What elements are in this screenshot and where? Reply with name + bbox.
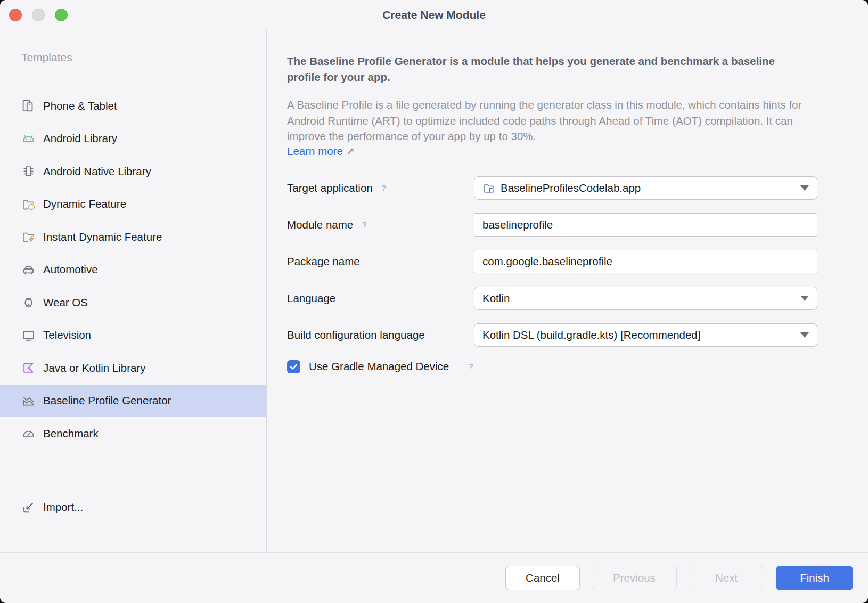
learn-more-link[interactable]: Learn more ↗ xyxy=(287,145,355,158)
sidebar-item-baseline-profile-generator[interactable]: Baseline Profile Generator xyxy=(0,385,266,418)
use-gradle-managed-device-checkbox[interactable] xyxy=(287,360,300,373)
instant-dynamic-feature-folder-icon xyxy=(21,230,36,244)
dynamic-feature-folder-icon xyxy=(21,197,36,211)
build-configuration-language-value: Kotlin DSL (build.gradle.kts) [Recommend… xyxy=(482,329,700,341)
sidebar-item-java-kotlin-library[interactable]: Java or Kotlin Library xyxy=(0,352,266,385)
module-name-label: Module name xyxy=(287,218,353,231)
help-icon[interactable]: ? xyxy=(465,361,477,372)
dialog-footer: Cancel Previous Next Finish xyxy=(0,552,868,603)
module-name-row: Module name ? xyxy=(287,213,868,237)
import-icon xyxy=(21,500,36,515)
module-name-input[interactable] xyxy=(474,213,817,237)
external-link-icon: ↗ xyxy=(346,145,355,157)
sidebar-item-label: Television xyxy=(43,329,91,341)
build-configuration-language-label-group: Build configuration language xyxy=(287,329,474,341)
chevron-down-icon xyxy=(800,332,809,338)
sidebar-item-wear-os[interactable]: Wear OS xyxy=(0,286,266,319)
module-settings-panel: The Baseline Profile Generator is a modu… xyxy=(267,30,868,552)
target-application-value: BaselineProfilesCodelab.app xyxy=(501,182,641,194)
language-value: Kotlin xyxy=(482,292,510,305)
sidebar-item-label: Phone & Tablet xyxy=(43,100,117,112)
app-module-folder-icon xyxy=(482,182,495,194)
intro-heading: The Baseline Profile Generator is a modu… xyxy=(287,53,793,85)
target-application-label: Target application xyxy=(287,182,373,194)
finish-button[interactable]: Finish xyxy=(776,566,853,590)
sidebar-item-label: Import... xyxy=(43,501,83,514)
target-application-dropdown[interactable]: BaselineProfilesCodelab.app xyxy=(474,176,817,200)
package-name-label: Package name xyxy=(287,255,360,268)
sidebar-item-automotive[interactable]: Automotive xyxy=(0,254,266,287)
sidebar-item-benchmark[interactable]: Benchmark xyxy=(0,417,266,450)
sidebar-item-label: Automotive xyxy=(43,263,98,276)
intro-description: A Baseline Profile is a file generated b… xyxy=(287,97,812,144)
chip-icon xyxy=(21,164,36,178)
help-icon[interactable]: ? xyxy=(378,182,390,194)
language-row: Language Kotlin xyxy=(287,287,868,310)
kotlin-icon xyxy=(21,361,36,375)
gauge-icon xyxy=(21,426,36,441)
sidebar-item-label: Android Library xyxy=(43,132,117,145)
sidebar-item-label: Benchmark xyxy=(43,427,99,440)
use-gradle-managed-device-label: Use Gradle Managed Device xyxy=(309,360,449,373)
package-name-row: Package name xyxy=(287,250,868,273)
tv-icon xyxy=(21,328,36,343)
cancel-button[interactable]: Cancel xyxy=(505,566,580,590)
build-configuration-language-row: Build configuration language Kotlin DSL … xyxy=(287,323,868,347)
learn-more-label: Learn more xyxy=(287,145,343,158)
create-new-module-dialog: Create New Module Templates Phone & Tabl… xyxy=(0,0,868,603)
previous-button: Previous xyxy=(592,566,677,590)
baseline-chart-icon xyxy=(21,394,36,408)
build-configuration-language-label: Build configuration language xyxy=(287,329,425,341)
title-bar: Create New Module xyxy=(0,0,868,30)
use-gradle-managed-device-row: Use Gradle Managed Device ? xyxy=(287,360,868,373)
chevron-down-icon xyxy=(800,185,809,191)
sidebar-item-label: Wear OS xyxy=(43,296,88,309)
build-configuration-language-dropdown[interactable]: Kotlin DSL (build.gradle.kts) [Recommend… xyxy=(474,323,817,347)
templates-header: Templates xyxy=(21,51,266,64)
sidebar-item-television[interactable]: Television xyxy=(0,319,266,352)
sidebar-item-import[interactable]: Import... xyxy=(0,491,266,524)
zoom-window-button[interactable] xyxy=(55,9,68,21)
sidebar-item-phone-tablet[interactable]: Phone & Tablet xyxy=(0,89,266,123)
next-button: Next xyxy=(689,566,764,590)
target-application-label-group: Target application ? xyxy=(287,182,474,194)
phone-tablet-icon xyxy=(21,99,36,113)
sidebar-divider xyxy=(18,471,248,471)
sidebar-item-label: Dynamic Feature xyxy=(43,198,126,210)
package-name-label-group: Package name xyxy=(287,255,474,268)
help-icon[interactable]: ? xyxy=(358,219,370,231)
traffic-lights xyxy=(9,9,68,21)
language-label: Language xyxy=(287,292,335,305)
sidebar-item-label: Baseline Profile Generator xyxy=(43,394,171,407)
language-dropdown[interactable]: Kotlin xyxy=(474,287,817,310)
android-library-icon xyxy=(21,132,36,146)
package-name-input[interactable] xyxy=(474,250,817,273)
sidebar-item-label: Instant Dynamic Feature xyxy=(43,231,162,243)
sidebar-item-android-native-library[interactable]: Android Native Library xyxy=(0,155,266,188)
templates-list: Phone & Tablet Android Library xyxy=(0,89,266,450)
language-label-group: Language xyxy=(287,292,474,305)
watch-icon xyxy=(21,295,36,309)
sidebar-item-android-library[interactable]: Android Library xyxy=(0,123,266,156)
sidebar-item-instant-dynamic-feature[interactable]: Instant Dynamic Feature xyxy=(0,221,266,254)
sidebar-item-dynamic-feature[interactable]: Dynamic Feature xyxy=(0,188,266,221)
close-window-button[interactable] xyxy=(9,9,22,21)
chevron-down-icon xyxy=(800,296,809,301)
templates-sidebar: Templates Phone & Tablet xyxy=(0,30,267,552)
car-icon xyxy=(21,263,36,277)
sidebar-item-label: Android Native Library xyxy=(43,165,151,178)
minimize-window-button xyxy=(32,9,45,21)
window-title: Create New Module xyxy=(382,9,486,21)
module-form: Target application ? BaselineProfilesCod… xyxy=(287,176,868,373)
target-application-row: Target application ? BaselineProfilesCod… xyxy=(287,176,868,200)
module-name-label-group: Module name ? xyxy=(287,218,474,231)
sidebar-item-label: Java or Kotlin Library xyxy=(43,362,146,374)
